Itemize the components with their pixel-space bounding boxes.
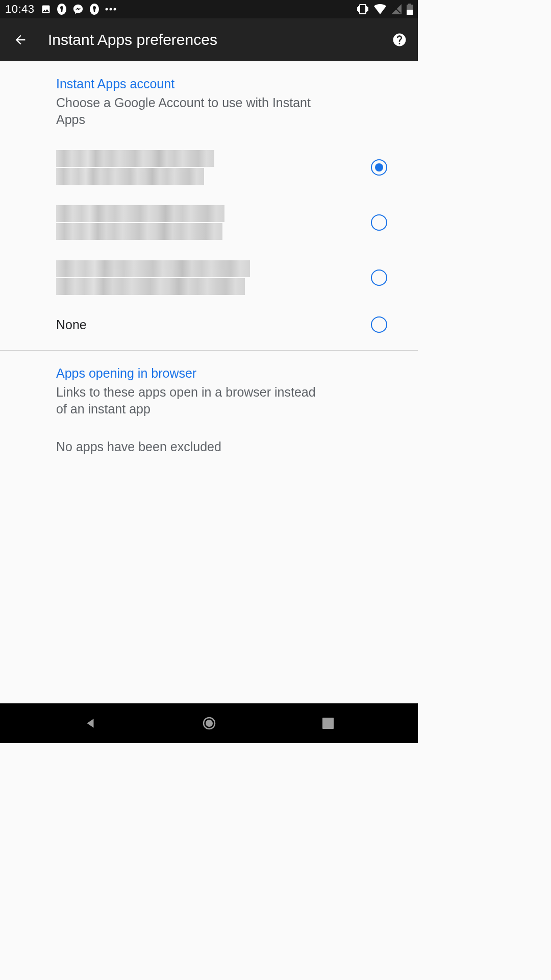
browser-empty-state: No apps have been excluded [0, 429, 418, 467]
radio-control[interactable] [371, 159, 387, 176]
account-option-none[interactable]: None [0, 305, 387, 344]
status-left: 10:43 [5, 3, 116, 16]
back-button[interactable] [8, 28, 33, 52]
nav-back-icon [84, 717, 97, 730]
status-right [357, 4, 413, 15]
status-time: 10:43 [5, 3, 35, 16]
help-button[interactable] [389, 30, 410, 50]
account-option-3[interactable] [0, 250, 387, 305]
redacted-text [56, 150, 214, 167]
wifi-icon [374, 4, 386, 14]
svg-rect-7 [360, 5, 366, 14]
svg-point-6 [113, 8, 116, 11]
keyhole-icon [57, 4, 66, 15]
svg-point-17 [206, 720, 213, 727]
nav-bar [0, 703, 418, 743]
help-icon [392, 32, 407, 47]
nav-recent-button[interactable] [313, 708, 343, 739]
redacted-text [56, 260, 250, 277]
redacted-text [56, 278, 245, 295]
app-bar: Instant Apps preferences [0, 18, 418, 61]
page-title: Instant Apps preferences [48, 31, 389, 48]
svg-rect-18 [322, 718, 334, 729]
account-radio-list: None [0, 140, 418, 344]
svg-point-5 [109, 8, 112, 11]
radio-control[interactable] [371, 214, 387, 231]
keyhole-icon [90, 4, 99, 15]
radio-control[interactable] [371, 316, 387, 333]
no-signal-icon [391, 4, 402, 14]
content: Instant Apps account Choose a Google Acc… [0, 61, 418, 703]
nav-home-icon [202, 716, 217, 731]
messenger-icon [72, 4, 84, 15]
section-account: Instant Apps account Choose a Google Acc… [0, 61, 418, 140]
account-option-none-label: None [56, 317, 87, 332]
section-account-title: Instant Apps account [56, 77, 408, 91]
vibrate-icon [357, 4, 369, 15]
account-option-2[interactable] [0, 195, 387, 250]
status-bar: 10:43 [0, 0, 418, 18]
svg-point-4 [105, 8, 108, 11]
svg-rect-14 [408, 4, 411, 5]
section-browser-title: Apps opening in browser [56, 366, 408, 381]
battery-icon [407, 4, 413, 15]
section-browser-subtitle: Links to these apps open in a browser in… [56, 384, 321, 417]
svg-rect-15 [407, 10, 413, 15]
redacted-text [56, 223, 222, 240]
more-icon [105, 8, 116, 11]
redacted-text [56, 205, 224, 222]
radio-control[interactable] [371, 270, 387, 286]
arrow-back-icon [13, 33, 28, 47]
account-option-1-label [56, 150, 371, 185]
redacted-text [56, 168, 204, 185]
section-browser: Apps opening in browser Links to these a… [0, 351, 418, 429]
nav-back-button[interactable] [75, 708, 106, 739]
account-option-none-label-wrap: None [56, 317, 371, 332]
account-option-3-label [56, 260, 371, 295]
nav-home-button[interactable] [194, 708, 224, 739]
account-option-1[interactable] [0, 140, 387, 195]
nav-recent-icon [322, 718, 334, 729]
account-option-2-label [56, 205, 371, 240]
image-icon [41, 4, 51, 14]
section-account-subtitle: Choose a Google Account to use with Inst… [56, 94, 321, 128]
